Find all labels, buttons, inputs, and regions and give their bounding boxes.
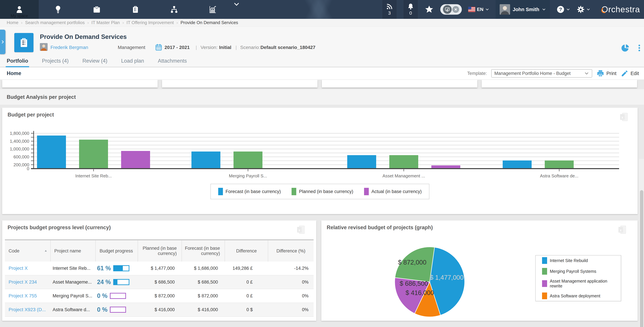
question-icon — [556, 5, 565, 14]
table-row: Project X923 (D...Astra Software d...0 %… — [5, 303, 314, 317]
bar-forecast-in-base-currency-asset-management[interactable] — [347, 155, 376, 169]
portfolio-category: Management — [118, 45, 145, 50]
planned-cell: $ 416,000 — [138, 307, 182, 312]
print-button[interactable]: Print — [596, 70, 616, 77]
project-code-link[interactable]: Project X 755 — [8, 293, 37, 298]
bar-forecast-in-base-currency-merging-payroll-s[interactable] — [192, 152, 220, 169]
column-header-project-name[interactable]: Project name — [50, 240, 96, 262]
favorites-star-icon[interactable] — [424, 5, 434, 14]
legend-swatch — [364, 188, 369, 195]
close-icon[interactable] — [452, 6, 459, 13]
briefcase-icon — [18, 37, 30, 48]
legend-swatch — [542, 280, 547, 287]
language-selector[interactable]: EN — [468, 7, 489, 12]
bar-forecast-in-base-currency-astra-software-de[interactable] — [503, 160, 532, 169]
template-select[interactable]: Management Portfolio Home - Budget — [491, 69, 592, 78]
pie-legend: Internet Site RebuildMerging Payroll Sys… — [535, 255, 621, 301]
project-code-link[interactable]: Project X — [8, 266, 28, 271]
chevron-down-icon — [566, 8, 570, 12]
owner-link[interactable]: Frederik Bergman — [50, 45, 88, 50]
pie-chart-icon[interactable] — [620, 44, 630, 52]
table-row: Project XInternet Site Reb...61 %$ 1,477… — [5, 262, 314, 275]
user-menu[interactable]: John Smith — [496, 0, 550, 19]
nav-item-reports[interactable] — [194, 0, 232, 19]
bar-planned-in-base-currency-asset-management[interactable] — [389, 155, 418, 169]
bulb-icon — [54, 5, 62, 14]
tab-review-4[interactable]: Review (4) — [82, 55, 107, 67]
edit-button[interactable]: Edit — [621, 70, 639, 77]
more-options-icon[interactable] — [635, 43, 643, 53]
pencil-icon — [621, 70, 628, 77]
column-header-difference[interactable]: Difference — [224, 240, 268, 262]
difference-pct-cell: 0% — [268, 293, 314, 298]
tab-projects-4[interactable]: Projects (4) — [42, 55, 68, 67]
breadcrumb: Home›Search management portfolios›IT Mas… — [0, 19, 644, 26]
excel-export-icon[interactable] — [296, 225, 306, 234]
table-title: Projects budget progress level (currency… — [8, 224, 111, 230]
page-title: Provide On Demand Services — [40, 33, 127, 40]
project-code-link[interactable]: Project X923 (D... — [8, 307, 46, 312]
legend-item-planned-in-base-currency: Planned (in base currency) — [292, 188, 353, 195]
column-header-difference[interactable]: Difference (%) — [268, 240, 314, 262]
nav-item-projects[interactable] — [78, 0, 116, 19]
menu-expand-chevron-down-icon[interactable] — [233, 1, 240, 8]
chevron-down-icon — [584, 71, 589, 76]
edit-mode-toggle[interactable] — [440, 4, 462, 15]
section-title: Budget Analysis per project — [7, 94, 76, 100]
breadcrumb-item[interactable]: Search management portfolios — [25, 20, 84, 25]
progress-percent: 24 % — [97, 278, 111, 286]
breadcrumb-item[interactable]: IT Master Plan — [91, 20, 120, 25]
forecast-cell: $ 686,500 — [182, 280, 225, 285]
breadcrumb-item[interactable]: IT Offering Improvement — [126, 20, 174, 25]
difference-cell: 0 $ — [224, 307, 268, 312]
breadcrumb-item[interactable]: Home — [7, 20, 18, 25]
edit-label: Edit — [630, 71, 639, 76]
tab-attachments[interactable]: Attachments — [158, 55, 187, 67]
project-name-cell: Asset Manageme... — [50, 280, 96, 285]
code-cell: Project X 234 — [5, 279, 50, 285]
column-header-planned-in-base-currency[interactable]: Planned (in base currency) — [138, 240, 182, 262]
svg-text:1,000,000: 1,000,000 — [10, 146, 29, 152]
nav-item-my-space[interactable]: My space — [0, 0, 39, 19]
bar-planned-in-base-currency-merging-payroll-s[interactable] — [234, 152, 262, 169]
x-axis-label: Internet Site Reb... — [75, 173, 112, 178]
code-cell: Project X923 (D... — [5, 307, 50, 312]
svg-text:1,400,000: 1,400,000 — [10, 139, 29, 144]
nav-item-ideas[interactable] — [39, 0, 78, 19]
column-header-label: Budget progress — [100, 248, 133, 254]
scenario-value: Default scenario_180427 — [260, 45, 316, 50]
nav-item-organization[interactable] — [155, 0, 194, 19]
nav-item-portfolios[interactable] — [116, 0, 155, 19]
feeds-button[interactable]: 3 — [382, 0, 397, 19]
expand-panel-button[interactable] — [0, 30, 6, 54]
orchestra-logo: Orchestra — [602, 4, 640, 14]
column-header-code[interactable]: Code — [5, 240, 50, 262]
legend-label: Planned (in base currency) — [299, 189, 353, 194]
scrollbar-thumb[interactable] — [640, 190, 643, 327]
user-avatar — [500, 4, 510, 15]
project-code-link[interactable]: Project X 234 — [8, 279, 37, 284]
feeds-count-badge: 3 — [388, 10, 391, 16]
progress-percent: 0 % — [97, 306, 108, 313]
alerts-button[interactable]: 0 — [403, 0, 418, 19]
bar-planned-in-base-currency-astra-software-de[interactable] — [545, 160, 574, 169]
excel-export-icon[interactable] — [619, 112, 629, 122]
progress-bar-fill — [114, 266, 123, 270]
tab-portfolio[interactable]: Portfolio — [7, 55, 28, 67]
bar-actual-in-base-currency-internet-site-reb[interactable] — [121, 151, 150, 169]
help-menu[interactable] — [556, 5, 570, 14]
planned-cell: $ 686,500 — [138, 280, 182, 285]
column-header-budget-progress[interactable]: Budget progress — [96, 240, 138, 262]
bar-planned-in-base-currency-internet-site-reb[interactable] — [79, 140, 108, 169]
top-navbar: My space 3 0 EN John Smit — [0, 0, 644, 19]
bar-forecast-in-base-currency-internet-site-reb[interactable] — [37, 136, 66, 169]
owner-avatar — [40, 43, 48, 51]
chevron-down-icon — [485, 8, 489, 12]
tab-load-plan[interactable]: Load plan — [121, 55, 144, 67]
content-area: Budget Analysis per project Budget per p… — [0, 80, 644, 327]
column-header-forecast-in-base-currency[interactable]: Forecast (in base currency) — [182, 240, 225, 262]
difference-pct-cell: 0% — [268, 280, 314, 285]
relative-budget-pie-card: Relative revised budget of projects (gra… — [321, 220, 638, 321]
settings-menu[interactable] — [576, 5, 590, 14]
planned-cell: $ 1,477,000 — [138, 266, 182, 271]
